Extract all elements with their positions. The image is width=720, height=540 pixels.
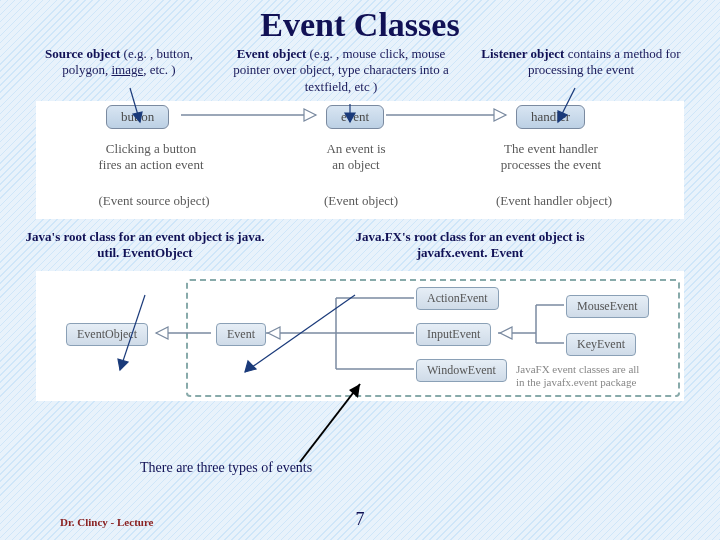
figure-hierarchy: EventObject Event ActionEvent InputEvent… [36,271,684,401]
cap-3: The event handlerprocesses the event [466,141,636,174]
box-mouseevent: MouseEvent [566,295,649,318]
node-event: event [326,105,384,129]
paren-2: (Event object) [301,193,421,209]
figure-flow: button event handler Clicking a buttonfi… [36,101,684,219]
box-windowevent: WindowEvent [416,359,507,382]
pkg-note: JavaFX event classes are allin the javaf… [516,363,639,389]
box-actionevent: ActionEvent [416,287,499,310]
node-handler: handler [516,105,585,129]
page-title: Event Classes [0,0,720,46]
top-listener: Listener object contains a method for pr… [466,46,696,95]
box-eventobject: EventObject [66,323,148,346]
top-listener-bold: Listener object [481,46,564,61]
root-javafx: Java.FX's root class for an event object… [320,229,620,262]
paren-3: (Event handler object) [464,193,644,209]
box-event: Event [216,323,266,346]
svg-marker-5 [156,327,168,339]
mid-row: Java's root class for an event object is… [0,219,720,262]
box-inputevent: InputEvent [416,323,491,346]
node-button: button [106,105,169,129]
cap-1: Clicking a buttonfires an action event [66,141,236,174]
root-java: Java's root class for an event object is… [20,229,270,262]
box-keyevent: KeyEvent [566,333,636,356]
top-event-bold: Event object [237,46,307,61]
top-row: Source object (e.g. , button, polygon, i… [0,46,720,95]
top-event: Event object (e.g. , mouse click, mouse … [226,46,456,95]
paren-1: (Event source object) [64,193,244,209]
cap-2: An event isan object [296,141,416,174]
svg-marker-1 [304,109,316,121]
top-source: Source object (e.g. , button, polygon, i… [22,46,216,95]
top-source-bold: Source object [45,46,120,61]
three-types-note: There are three types of events [140,460,312,476]
page-number: 7 [0,509,720,530]
svg-marker-3 [494,109,506,121]
